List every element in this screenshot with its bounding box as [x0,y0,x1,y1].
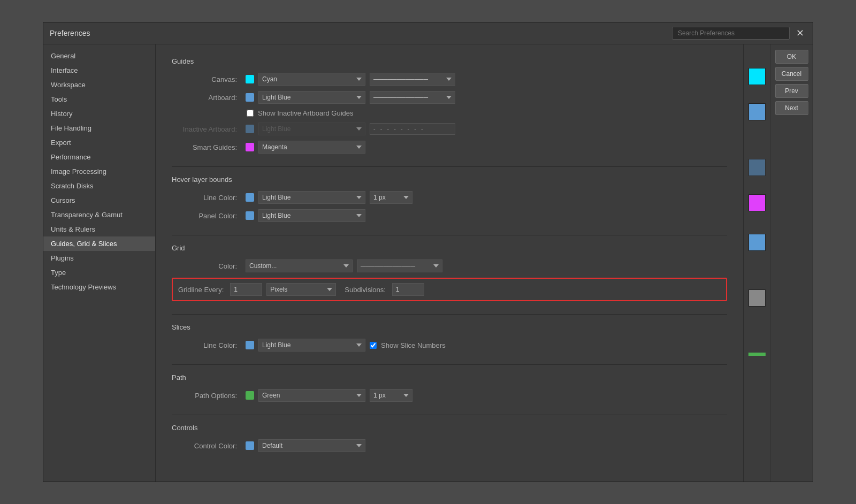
control-color-select[interactable]: Default Custom [258,439,365,452]
artboard-line-style-select[interactable]: ──────────── [370,91,455,104]
inactive-artboard-color-dot [246,125,254,133]
buttons-panel: OK Cancel Prev Next [770,44,813,482]
grid-color-label: Color: [172,262,241,270]
path-section-title: Path [172,373,727,381]
divider-5 [172,415,727,415]
slices-line-color-label: Line Color: [172,341,241,349]
main-content: Guides Canvas: Cyan Light Blue Magenta ─… [156,44,743,482]
grid-color-row: Color: Custom... Cyan Light Blue ───────… [172,259,727,272]
hover-line-color-label: Line Color: [172,194,241,202]
canvas-line-style-select[interactable]: ──────────── [370,73,455,86]
path-color-select[interactable]: Green Cyan Light Blue [258,389,365,402]
canvas-row: Canvas: Cyan Light Blue Magenta ────────… [172,73,727,86]
divider-2 [172,235,727,235]
divider-3 [172,314,727,315]
gridline-unit-select[interactable]: Pixels Inches Centimeters [266,283,336,296]
sidebar-item-file-handling[interactable]: File Handling [43,121,155,135]
swatch-hover-blue [748,234,766,251]
hover-line-color-select[interactable]: Light Blue Cyan Magenta [258,191,365,204]
ok-button[interactable]: OK [775,50,808,64]
show-slice-numbers-checkbox[interactable] [370,342,377,349]
control-color-dot [246,441,254,450]
show-inactive-row: Show Inactive Artboard Guides [247,109,727,117]
hover-line-size-select[interactable]: 1 px 2 px 3 px [370,191,412,204]
control-color-label: Control Color: [172,442,241,450]
guides-section-title: Guides [172,57,727,65]
slices-line-color-select[interactable]: Light Blue Cyan Magenta [258,339,365,352]
sidebar-item-general[interactable]: General [43,49,155,63]
slices-line-color-dot [246,341,254,349]
grid-color-select[interactable]: Custom... Cyan Light Blue [246,259,353,272]
hover-line-color-dot [246,193,254,202]
gridline-row: Gridline Every: Pixels Inches Centimeter… [172,278,727,301]
cancel-button[interactable]: Cancel [775,67,808,81]
artboard-row: Artboard: Light Blue Cyan Magenta ──────… [172,91,727,104]
sidebar-item-image-processing[interactable]: Image Processing [43,164,155,179]
gridline-every-input[interactable] [230,283,262,296]
sidebar: General Interface Workspace Tools Histor… [43,44,156,482]
hover-panel-color-row: Panel Color: Light Blue Cyan Magenta [172,209,727,222]
inactive-artboard-color-select[interactable]: Light Blue [258,123,365,135]
sidebar-item-cursors[interactable]: Cursors [43,193,155,208]
sidebar-item-transparency-gamut[interactable]: Transparency & Gamut [43,208,155,222]
divider-1 [172,166,727,167]
title-bar: Preferences ✕ [43,22,813,44]
canvas-color-dot [246,75,254,83]
sidebar-item-type[interactable]: Type [43,265,155,280]
swatch-cyan [748,68,766,85]
slices-line-color-row: Line Color: Light Blue Cyan Magenta Show… [172,339,727,352]
swatches-panel [743,44,770,482]
dialog-body: General Interface Workspace Tools Histor… [43,44,813,482]
show-slice-numbers-label: Show Slice Numbers [381,341,446,349]
prev-button[interactable]: Prev [775,84,808,98]
sidebar-item-guides-grid-slices[interactable]: Guides, Grid & Slices [43,236,155,251]
divider-4 [172,364,727,365]
smart-guides-color-select[interactable]: Magenta Cyan Light Blue [258,141,365,154]
subdivisions-input[interactable] [392,283,424,296]
slices-section-title: Slices [172,323,727,331]
preferences-dialog: Preferences ✕ General Interface Workspac… [43,22,813,482]
sidebar-item-interface[interactable]: Interface [43,63,155,78]
path-options-label: Path Options: [172,392,241,400]
sidebar-item-technology-previews[interactable]: Technology Previews [43,280,155,294]
path-color-dot [246,391,254,400]
title-bar-right: ✕ [672,27,806,40]
dialog-title: Preferences [50,29,90,37]
controls-section: Controls Control Color: Default Custom [172,424,727,452]
show-inactive-checkbox[interactable] [247,110,254,117]
artboard-color-dot [246,93,254,102]
subdivisions-label: Subdivisions: [345,286,386,294]
sidebar-item-plugins[interactable]: Plugins [43,251,155,265]
hover-line-color-row: Line Color: Light Blue Cyan Magenta 1 px… [172,191,727,204]
sidebar-item-workspace[interactable]: Workspace [43,78,155,92]
hover-layer-section-title: Hover layer bounds [172,175,727,184]
grid-line-style-select[interactable]: ──────────── [357,259,442,272]
control-color-row: Control Color: Default Custom [172,439,727,452]
smart-guides-row: Smart Guides: Magenta Cyan Light Blue [172,141,727,154]
sidebar-item-export[interactable]: Export [43,135,155,150]
inactive-artboard-label: Inactive Artboard: [172,125,241,133]
close-button[interactable]: ✕ [794,27,806,39]
sidebar-item-history[interactable]: History [43,106,155,121]
artboard-label: Artboard: [172,94,241,102]
search-input[interactable] [672,27,790,40]
hover-panel-color-dot [246,211,254,220]
sidebar-item-performance[interactable]: Performance [43,150,155,164]
inactive-artboard-row: Inactive Artboard: Light Blue - - - - - … [172,123,727,135]
path-size-select[interactable]: 1 px 2 px 3 px [370,389,412,402]
swatch-magenta [748,194,766,211]
sidebar-item-scratch-disks[interactable]: Scratch Disks [43,179,155,193]
sidebar-item-tools[interactable]: Tools [43,92,155,106]
sidebar-item-units-rulers[interactable]: Units & Rulers [43,222,155,236]
smart-guides-color-dot [246,143,254,151]
controls-section-title: Controls [172,424,727,432]
canvas-color-select[interactable]: Cyan Light Blue Magenta [258,73,365,86]
swatch-grid-custom [748,289,766,307]
next-button[interactable]: Next [775,101,808,115]
guides-section: Guides Canvas: Cyan Light Blue Magenta ─… [172,57,727,154]
canvas-label: Canvas: [172,75,241,83]
hover-panel-color-select[interactable]: Light Blue Cyan Magenta [258,209,365,222]
hover-panel-color-label: Panel Color: [172,212,241,220]
show-inactive-label: Show Inactive Artboard Guides [258,109,354,117]
artboard-color-select[interactable]: Light Blue Cyan Magenta [258,91,365,104]
